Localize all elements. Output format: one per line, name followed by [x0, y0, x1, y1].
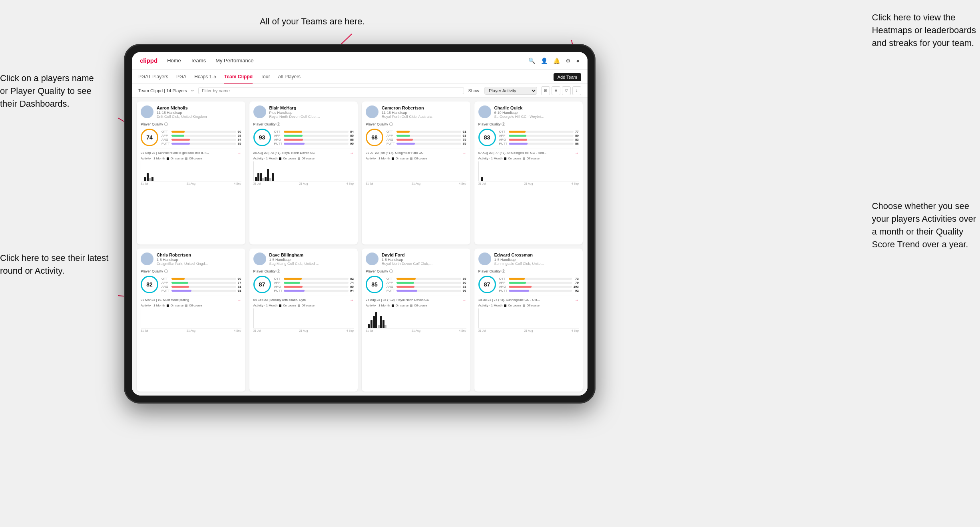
tab-all-players[interactable]: All Players [278, 74, 301, 84]
quality-section: 87OTT73APP79ARG103PUTT92 [478, 276, 579, 293]
player-card[interactable]: Aaron Nicholls11-15 HandicapDrift Golf C… [137, 101, 245, 245]
activity-header: Activity · 1 MonthOn courseOff course [141, 304, 241, 307]
player-club: Craigmillar Park, United Kingdom [157, 262, 209, 266]
latest-round[interactable]: 04 Sep 23 | Mobility with coach, Gym→ [253, 296, 354, 302]
show-label: Show: [468, 88, 480, 93]
on-course-legend [504, 157, 506, 160]
tab-pgat[interactable]: PGAT Players [138, 74, 168, 84]
player-card[interactable]: Edward Crossman1-5 HandicapSunningdale G… [474, 249, 583, 392]
search-icon[interactable]: 🔍 [528, 58, 535, 64]
player-info: Edward Crossman1-5 HandicapSunningdale G… [494, 253, 579, 266]
latest-round[interactable]: 26 Aug 23 | 84 (+12), Royal North Devon … [366, 296, 466, 302]
stats-grid: OTT82APP74ARG85PUTT94 [274, 277, 354, 292]
quality-circle[interactable]: 68 [366, 129, 383, 146]
player-name[interactable]: Blair McHarg [269, 105, 354, 111]
nav-performance[interactable]: My Performance [215, 58, 253, 64]
chart-area [253, 308, 354, 328]
round-callout: Click here to see their latestround or A… [0, 252, 108, 277]
stats-grid: OTT60APP58ARG84PUTT85 [161, 130, 241, 145]
quality-circle[interactable]: 74 [141, 129, 158, 146]
player-name-callout: Click on a players nameor Player Quality… [0, 72, 94, 110]
profile-icon[interactable]: 👤 [541, 58, 548, 64]
chart-area [478, 161, 579, 181]
player-card[interactable]: Dave Billingham1-5 HandicapSag Maing Gol… [249, 249, 358, 392]
latest-round[interactable]: 07 Aug 23 | 77 (+7), St George's Hill GC… [478, 149, 579, 155]
latest-round[interactable]: 02 Sep 23 | Sunrise round to get back in… [141, 149, 241, 155]
quality-label: Player Quality ⓘ [141, 269, 241, 274]
activity-header: Activity · 1 MonthOn courseOff course [366, 157, 466, 160]
off-course-legend [298, 157, 300, 160]
on-course-legend [392, 157, 394, 160]
player-name[interactable]: Edward Crossman [494, 253, 579, 258]
bell-icon[interactable]: 🔔 [553, 58, 560, 64]
activity-header: Activity · 1 MonthOn courseOff course [253, 304, 354, 307]
sort-icon[interactable]: ↕ [572, 86, 581, 95]
add-team-button[interactable]: Add Team [554, 73, 581, 81]
filter-icon[interactable]: ▽ [562, 86, 571, 95]
show-select[interactable]: Player Activity Quality Score Trend [484, 87, 537, 95]
off-course-legend [523, 304, 525, 307]
quality-circle[interactable]: 87 [478, 276, 496, 293]
quality-section: 68OTT61APP63ARG75PUTT85 [366, 129, 466, 146]
settings-icon[interactable]: ⚙ [566, 58, 571, 64]
off-course-legend [410, 157, 412, 160]
on-course-legend [279, 157, 281, 160]
quality-label: Player Quality ⓘ [366, 122, 466, 127]
list-view-icon[interactable]: ≡ [552, 86, 560, 95]
player-name[interactable]: Aaron Nicholls [157, 105, 241, 111]
player-card[interactable]: Cameron Robertson11-15 HandicapRoyal Per… [362, 101, 470, 245]
search-input[interactable] [198, 87, 464, 94]
player-card[interactable]: Blair McHargPlus HandicapRoyal North Dev… [249, 101, 358, 245]
quality-circle[interactable]: 85 [366, 276, 383, 293]
latest-round[interactable]: 26 Aug 23 | 73 (+1), Royal North Devon G… [253, 149, 354, 155]
edit-icon[interactable]: ✏ [191, 89, 194, 93]
latest-round[interactable]: 18 Jul 23 | 74 (+3), Sunningdale GC - Ol… [478, 296, 579, 302]
card-header: Dave Billingham1-5 HandicapSag Maing Gol… [253, 253, 354, 266]
player-card[interactable]: David Ford1-5 HandicapRoyal North Devon … [362, 249, 470, 392]
player-handicap: Plus Handicap [269, 111, 354, 115]
ipad-screen: clippd Home Teams My Performance 🔍 👤 🔔 ⚙… [132, 52, 588, 396]
nav-teams[interactable]: Teams [191, 58, 206, 64]
chart-labels: 31 Jul21 Aug4 Sep [141, 329, 241, 332]
player-name[interactable]: Chris Robertson [157, 253, 241, 258]
player-info: Dave Billingham1-5 HandicapSag Maing Gol… [269, 253, 354, 266]
latest-round[interactable]: 02 Jul 23 | 59 (+17), Craigmillar Park G… [366, 149, 466, 155]
player-handicap: 11-15 Handicap [157, 111, 241, 115]
chart-labels: 31 Jul21 Aug4 Sep [141, 182, 241, 185]
tab-tour[interactable]: Tour [261, 74, 270, 84]
quality-section: 93OTT84APP85ARG88PUTT95 [253, 129, 354, 146]
avatar [366, 105, 378, 118]
latest-round[interactable]: 03 Mar 23 | 19, Must make putting→ [141, 296, 241, 302]
avatar [141, 105, 153, 118]
avatar-icon[interactable]: ● [576, 58, 580, 64]
player-name[interactable]: Dave Billingham [269, 253, 354, 258]
stats-grid: OTT77APP80ARG83PUTT86 [499, 130, 579, 145]
nav-home[interactable]: Home [167, 58, 181, 64]
players-grid: Aaron Nicholls11-15 HandicapDrift Golf C… [132, 97, 588, 396]
tab-pga[interactable]: PGA [176, 74, 186, 84]
quality-circle[interactable]: 87 [253, 276, 271, 293]
player-card[interactable]: Charlie Quick6-10 HandicapSt. George's H… [474, 101, 583, 245]
activity-header: Activity · 1 MonthOn courseOff course [366, 304, 466, 307]
off-course-legend [185, 304, 187, 307]
tab-hcaps[interactable]: Hcaps 1-5 [194, 74, 216, 84]
quality-circle[interactable]: 93 [253, 129, 271, 146]
quality-circle[interactable]: 82 [141, 276, 158, 293]
avatar [253, 253, 266, 265]
ipad-frame: clippd Home Teams My Performance 🔍 👤 🔔 ⚙… [124, 44, 596, 404]
player-card[interactable]: Chris Robertson1-5 HandicapCraigmillar P… [137, 249, 245, 392]
grid-view-icon[interactable]: ⊞ [541, 86, 550, 95]
tab-team-clippd[interactable]: Team Clippd [224, 74, 253, 84]
chart-area [478, 308, 579, 328]
card-header: Blair McHargPlus HandicapRoyal North Dev… [253, 105, 354, 119]
quality-label: Player Quality ⓘ [253, 122, 354, 127]
player-name[interactable]: Charlie Quick [494, 105, 579, 111]
activity-section: Activity · 1 MonthOn courseOff course31 … [478, 157, 579, 185]
quality-circle[interactable]: 83 [478, 129, 496, 146]
player-info: Chris Robertson1-5 HandicapCraigmillar P… [157, 253, 241, 266]
team-label: Team Clippd | 14 Players [138, 88, 187, 93]
player-name[interactable]: Cameron Robertson [382, 105, 466, 111]
player-name[interactable]: David Ford [382, 253, 466, 258]
quality-label: Player Quality ⓘ [478, 122, 579, 127]
player-club: St. George's Hill GC - Weybridge - Surre… [494, 115, 546, 119]
